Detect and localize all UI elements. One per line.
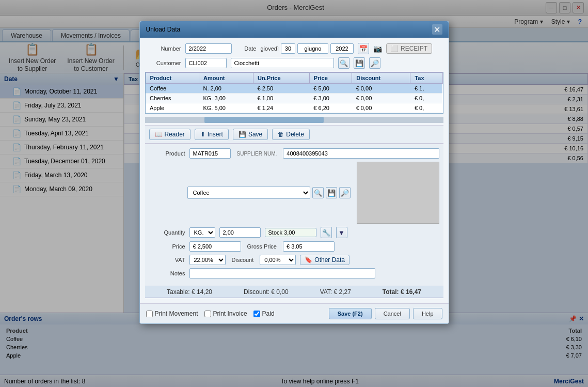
cancel-button[interactable]: Cancel <box>375 308 410 319</box>
row1-amount: KG. 3,00 <box>199 94 253 103</box>
stock-input[interactable] <box>265 228 316 237</box>
notes-input[interactable] <box>189 268 375 278</box>
row1-discount: € 0,00 <box>352 94 410 103</box>
row0-tax: € 1, <box>410 84 442 94</box>
number-input[interactable] <box>185 43 232 54</box>
supplier-num-input[interactable] <box>283 148 439 159</box>
summary-vat: VAT: € 2,27 <box>320 288 351 296</box>
save-row-button[interactable]: 💾 Save <box>233 129 268 140</box>
save-row-icon: 💾 <box>239 131 246 138</box>
modal-close-button[interactable]: ✕ <box>432 24 442 35</box>
col-amount: Amount <box>199 73 253 84</box>
product-select-wrapper: Coffee 🔍 💾 🔎 <box>187 187 351 199</box>
save-row-label: Save <box>248 131 262 138</box>
customer-search-icon-btn[interactable]: 🔍 <box>338 57 349 69</box>
product-code-input[interactable] <box>189 148 231 159</box>
delete-row-icon: 🗑 <box>278 131 284 138</box>
price-row: Price Gross Price <box>149 241 439 252</box>
price-input[interactable] <box>189 241 241 252</box>
row2-unprice: € 1,24 <box>253 103 309 113</box>
quantity-unit-select[interactable]: KG. <box>189 227 215 238</box>
quantity-arrow-icon[interactable]: ▼ <box>336 227 347 238</box>
product-form: Product SUPPLIER NUM. Coffee 🔍 💾 🔎 <box>145 144 443 286</box>
paid-checkbox[interactable] <box>253 311 260 317</box>
print-movement-checkbox[interactable] <box>146 311 153 317</box>
table-row[interactable]: Cherries KG. 3,00 € 1,00 € 3,00 € 0,00 €… <box>146 94 442 103</box>
row1-product: Cherries <box>146 94 199 103</box>
discount-label: Discount <box>232 257 254 263</box>
number-date-row: Number Date giovedì 📅 📷 ⬜ RECEIPT <box>145 43 443 54</box>
row0-unprice: € 2,50 <box>253 84 309 94</box>
date-day-input[interactable] <box>281 43 295 54</box>
product-search-btn[interactable]: 🔍 <box>312 187 324 198</box>
discount-select[interactable]: 0,00% <box>260 255 296 265</box>
table-row[interactable]: Coffee N. 2,00 € 2,50 € 5,00 € 0,00 € 1, <box>146 84 442 94</box>
product-form-label: Product <box>149 150 185 157</box>
footer-buttons: Save (F2) Cancel Help <box>329 308 442 319</box>
quantity-input[interactable] <box>219 227 261 238</box>
summary-total: Total: € 16,47 <box>383 288 421 296</box>
reader-label: Reader <box>165 131 185 138</box>
calendar-icon-btn[interactable]: 📅 <box>358 43 369 54</box>
date-label: Date <box>236 45 257 52</box>
quantity-row: Quantity KG. 🔧 ▼ <box>149 227 439 238</box>
product-code-row: Product SUPPLIER NUM. <box>149 148 439 159</box>
row2-product: Apple <box>146 103 199 113</box>
quantity-label: Quantity <box>149 229 185 236</box>
customer-id-input[interactable] <box>185 58 227 68</box>
col-price: Price <box>309 73 352 84</box>
receipt-button[interactable]: ⬜ RECEIPT <box>386 43 432 54</box>
product-select-row: Coffee 🔍 💾 🔎 <box>149 162 439 224</box>
vat-label: VAT <box>149 257 185 263</box>
customer-name-input[interactable] <box>231 58 334 68</box>
calendar-icon-2[interactable]: 📷 <box>373 44 382 53</box>
print-invoice-checkbox[interactable] <box>204 311 211 317</box>
modal-products-table-container: Product Amount Un.Price Price Discount T… <box>145 72 443 114</box>
product-dropdown[interactable]: Coffee <box>187 187 310 199</box>
save-f2-button[interactable]: Save (F2) <box>329 308 372 319</box>
insert-icon: ⬆ <box>200 131 205 138</box>
date-month-input[interactable] <box>297 43 328 54</box>
print-movement-checkbox-label[interactable]: Print Movement <box>146 310 198 317</box>
reader-icon: 📖 <box>155 131 163 138</box>
row2-tax: € 0, <box>410 103 442 113</box>
vat-select[interactable]: 22,00% <box>189 255 226 265</box>
summary-taxable: Taxable: € 14,20 <box>167 288 212 296</box>
row0-amount: N. 2,00 <box>199 84 253 94</box>
row0-price: € 5,00 <box>309 84 352 94</box>
date-year-input[interactable] <box>330 43 354 54</box>
table-row[interactable]: Apple KG. 5,00 € 1,24 € 6,20 € 0,00 € 0, <box>146 103 442 113</box>
reader-button[interactable]: 📖 Reader <box>149 129 190 140</box>
product-save-btn[interactable]: 💾 <box>326 187 337 198</box>
product-magnify-btn[interactable]: 🔎 <box>339 187 351 198</box>
summary-discount: Discount: € 0,00 <box>244 288 289 296</box>
print-invoice-checkbox-label[interactable]: Print Invoice <box>204 310 247 317</box>
quantity-tool-icon[interactable]: 🔧 <box>321 227 332 238</box>
modal-toolbar: 📖 Reader ⬆ Insert 💾 Save 🗑 Delete <box>145 125 443 144</box>
modal-header: Unload Data ✕ <box>140 21 449 38</box>
customer-save-icon-btn[interactable]: 💾 <box>354 57 365 69</box>
modal-scrollbar-h[interactable] <box>145 117 443 123</box>
row1-price: € 3,00 <box>309 94 352 103</box>
customer-label: Customer <box>145 60 181 66</box>
other-data-button[interactable]: 🔖 Other Data <box>300 255 349 265</box>
delete-row-button[interactable]: 🗑 Delete <box>272 129 310 140</box>
paid-checkbox-label[interactable]: Paid <box>253 310 275 317</box>
modal-title: Unload Data <box>146 26 181 33</box>
help-button[interactable]: Help <box>413 308 442 319</box>
vat-row: VAT 22,00% Discount 0,00% 🔖 Other Data <box>149 255 439 265</box>
notes-label: Notes <box>149 270 185 276</box>
row2-amount: KG. 5,00 <box>199 103 253 113</box>
print-movement-label: Print Movement <box>155 310 198 317</box>
customer-info-icon-btn[interactable]: 🔎 <box>369 57 380 69</box>
row0-discount: € 0,00 <box>352 84 410 94</box>
other-data-label: Other Data <box>314 256 345 264</box>
modal-footer: Print Movement Print Invoice Paid Save (… <box>140 303 449 323</box>
summary-bar: Taxable: € 14,20 Discount: € 0,00 VAT: €… <box>145 286 443 298</box>
receipt-icon: ⬜ <box>391 45 399 52</box>
row2-price: € 6,20 <box>309 103 352 113</box>
insert-button[interactable]: ⬆ Insert <box>195 129 229 140</box>
modal-overlay: Unload Data ✕ Number Date giovedì 📅 📷 ⬜ <box>0 0 588 387</box>
gross-price-input[interactable] <box>283 241 335 252</box>
modal-products-table: Product Amount Un.Price Price Discount T… <box>146 72 443 113</box>
